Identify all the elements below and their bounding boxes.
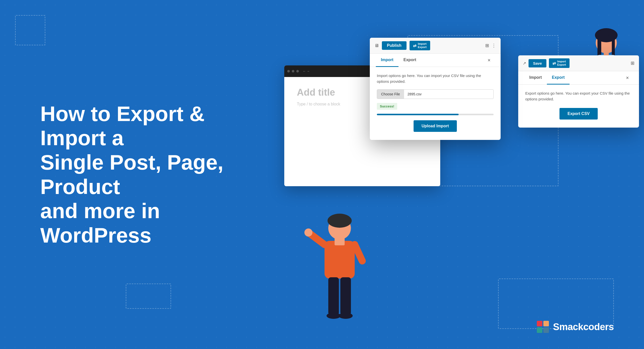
svg-point-1 xyxy=(328,214,352,228)
file-input-row: Choose File 2895.csv xyxy=(377,89,494,99)
heading-line3: and more in WordPress xyxy=(40,199,160,247)
modal-close-button[interactable]: × xyxy=(484,54,495,67)
export-modal-topbar-icons: ⊞ xyxy=(631,60,634,66)
import-description: Import options go here. You can import y… xyxy=(377,73,494,84)
brand-logo: Smackcoders xyxy=(536,320,614,334)
arrows-icon: ⇄ xyxy=(413,43,416,48)
heading-line2: Single Post, Page, Product xyxy=(40,150,223,199)
ie-label-import: Import xyxy=(418,42,426,45)
choose-file-button[interactable]: Choose File xyxy=(377,90,404,99)
export-modal: ↗ Save ⇄ Import Export ⊞ Import Export ×… xyxy=(518,55,639,128)
export-modal-topbar: ↗ Save ⇄ Import Export ⊞ xyxy=(518,55,639,71)
svg-rect-24 xyxy=(543,321,549,326)
dots-menu-icon: ⋮ xyxy=(492,43,496,48)
modal-topbar-icons: ⊞ ⋮ xyxy=(485,43,496,48)
import-modal-body: Import options go here. You can import y… xyxy=(370,67,501,140)
svg-rect-7 xyxy=(328,277,339,315)
file-name-display: 2895.csv xyxy=(404,90,493,99)
export-modal-ie-button[interactable]: ⇄ Import Export xyxy=(549,58,570,68)
toolbar-dot-2 xyxy=(292,70,294,72)
export-tab-import[interactable]: Import xyxy=(524,71,547,85)
export-columns-icon: ⊞ xyxy=(631,60,634,66)
export-modal-close-button[interactable]: × xyxy=(622,71,633,84)
svg-rect-26 xyxy=(543,327,549,333)
toolbar-nav-arrows: ← → xyxy=(303,69,310,73)
import-modal-topbar: 🖥 Publish ⇄ Import Export ⊞ ⋮ xyxy=(370,38,501,54)
person-illustration xyxy=(304,208,375,329)
svg-line-4 xyxy=(355,245,362,261)
import-modal: 🖥 Publish ⇄ Import Export ⊞ ⋮ Import Exp… xyxy=(370,38,501,140)
ie-label: Import Export xyxy=(418,42,427,49)
columns-icon: ⊞ xyxy=(485,43,489,48)
tab-export[interactable]: Export xyxy=(398,54,421,67)
ie-label-export: Export xyxy=(418,46,427,49)
main-heading: How to Export & Import a Single Post, Pa… xyxy=(40,102,247,248)
svg-point-9 xyxy=(327,313,341,319)
heading-line1: How to Export & Import a xyxy=(40,102,205,150)
svg-point-10 xyxy=(339,313,353,319)
upload-import-button[interactable]: Upload Import xyxy=(414,120,457,132)
svg-rect-6 xyxy=(335,238,345,245)
svg-rect-23 xyxy=(537,321,542,326)
import-modal-tabs: Import Export × xyxy=(370,54,501,67)
svg-point-5 xyxy=(304,228,312,237)
brand-name: Smackcoders xyxy=(553,322,614,332)
external-link-icon: ↗ xyxy=(523,61,526,66)
export-ie-label-export: Export xyxy=(557,63,566,66)
monitor-icon: 🖥 xyxy=(374,43,379,48)
success-bar: Success! xyxy=(377,103,397,110)
publish-button[interactable]: Publish xyxy=(382,41,407,50)
progress-bar-fill xyxy=(377,114,459,115)
progress-bar-container xyxy=(377,114,494,115)
left-content: How to Export & Import a Single Post, Pa… xyxy=(0,0,277,349)
import-export-top-button[interactable]: ⇄ Import Export xyxy=(410,41,430,50)
export-description: Export options go here. You can export y… xyxy=(525,91,632,102)
export-ie-label: Import Export xyxy=(557,60,566,66)
export-modal-tabs: Import Export × xyxy=(518,71,639,85)
export-ie-label-import: Import xyxy=(557,60,566,63)
svg-rect-8 xyxy=(340,277,351,315)
export-modal-body: Export options go here. You can export y… xyxy=(518,85,639,128)
ie-arrows-icon: ⇄ xyxy=(552,61,556,66)
export-tab-export[interactable]: Export xyxy=(547,71,570,85)
svg-line-3 xyxy=(309,233,325,245)
svg-rect-2 xyxy=(325,241,355,279)
svg-rect-25 xyxy=(537,327,542,333)
export-csv-button[interactable]: Export CSV xyxy=(559,108,598,120)
tab-import[interactable]: Import xyxy=(376,54,398,67)
save-button[interactable]: Save xyxy=(529,59,546,67)
right-content: ← → Edit with Elementor Add title Type /… xyxy=(254,0,644,349)
toolbar-dot-3 xyxy=(296,70,299,72)
toolbar-dot-1 xyxy=(287,70,290,72)
